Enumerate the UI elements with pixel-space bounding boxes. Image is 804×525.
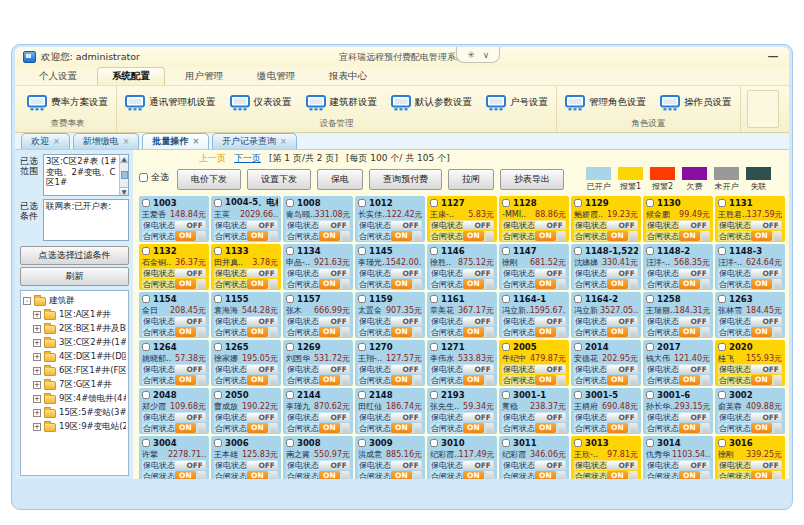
doc-tab-4[interactable]: 开户记录查询× [212,133,297,149]
card-checkbox[interactable] [718,247,726,255]
card-checkbox[interactable] [718,391,726,399]
meter-card[interactable]: 1157张木666.99元保电状态OFF合闸状态ON [283,292,353,338]
ribbon-button[interactable]: 建筑群设置 [306,95,378,111]
tree-item-1[interactable]: +1区:A区1#井 [33,308,126,322]
card-checkbox[interactable] [286,343,294,351]
chevron-down-icon[interactable]: ∨ [483,50,490,60]
card-checkbox[interactable] [646,391,654,399]
action-button-4[interactable]: 查询预付费 [369,169,442,190]
meter-card[interactable]: 1148-3汪洋-..624.64元保电状态OFF合闸状态ON [715,244,785,290]
meter-card[interactable]: 1133田井真..3.78元保电状态OFF合闸状态ON [211,244,281,290]
select-all-checkbox[interactable] [139,173,148,182]
ribbon-tab-4[interactable]: 缴电管理 [243,68,309,85]
meter-card[interactable]: 2020桂飞155.93元保电状态OFF合闸状态ON [715,340,785,386]
meter-card[interactable]: 3011纪彩霞346.06元保电状态OFF合闸状态ON [499,436,569,479]
ribbon-button[interactable]: 费率方案设置 [27,95,108,111]
meter-card[interactable]: 1132石金铜..36.37元保电状态OFF合闸状态ON [139,244,209,290]
meter-card[interactable]: 1155袁海海544.28元保电状态OFF合闸状态ON [211,292,281,338]
ribbon-button[interactable]: 户号设置 [486,95,548,111]
meter-card[interactable]: 1154金日208.45元保电状态OFF合闸状态ON [139,292,209,338]
card-checkbox[interactable] [142,247,150,255]
meter-card[interactable]: 1258王瑞丽..184.31元保电状态OFF合闸状态ON [643,292,713,338]
card-checkbox[interactable] [214,343,222,351]
card-checkbox[interactable] [214,295,222,303]
card-checkbox[interactable] [646,439,654,447]
action-button-6[interactable]: 抄表导出 [500,169,564,190]
card-checkbox[interactable] [430,343,438,351]
expand-box-icon[interactable]: + [33,381,41,389]
close-icon[interactable]: × [123,138,130,146]
card-checkbox[interactable] [358,247,366,255]
card-checkbox[interactable] [214,391,222,399]
refresh-button[interactable]: 刷新 [20,267,129,286]
meter-card[interactable]: 1269刘国华531.72元保电状态OFF合闸状态ON [283,340,353,386]
meter-card[interactable]: 3014仇秀华1103.54..保电状态OFF合闸状态ON [643,436,713,479]
card-checkbox[interactable] [502,439,510,447]
expand-box-icon[interactable]: + [33,353,41,361]
card-checkbox[interactable] [718,295,726,303]
meter-card[interactable]: 2048郑少霞109.68元保电状态OFF合闸状态ON [139,388,209,434]
meter-card[interactable]: 1265徐家娜195.05元保电状态OFF合闸状态ON [211,340,281,386]
card-checkbox[interactable] [286,391,294,399]
meter-card[interactable]: 1270王翔-..127.57元保电状态OFF合闸状态ON [355,340,425,386]
tree-item-3[interactable]: +3区:C区2#井(1#变 [33,336,126,350]
meter-card[interactable]: 2050曹成放190.22元保电状态OFF合闸状态ON [211,388,281,434]
close-icon[interactable]: × [192,138,199,146]
card-checkbox[interactable] [430,439,438,447]
expand-box-icon[interactable]: + [33,311,41,319]
meter-card[interactable]: 1012长实佳..122.42元保电状态OFF合闸状态ON [355,196,425,242]
close-icon[interactable]: × [280,138,287,146]
minimize-button[interactable]: — [765,52,781,62]
prev-page-link[interactable]: 上一页 [199,152,226,165]
tree-item-4[interactable]: +4区:D区1#井(D区1 [33,350,126,364]
card-checkbox[interactable] [430,199,438,207]
card-checkbox[interactable] [574,343,582,351]
card-checkbox[interactable] [214,199,222,207]
next-page-link[interactable]: 下一页 [234,152,261,165]
card-checkbox[interactable] [646,295,654,303]
meter-card[interactable]: 1146徐胜..875.12元保电状态OFF合闸状态ON [427,244,497,290]
card-checkbox[interactable] [430,391,438,399]
card-checkbox[interactable] [718,199,726,207]
ribbon-tab-1[interactable]: 个人设置 [25,68,91,85]
card-checkbox[interactable] [142,295,150,303]
card-checkbox[interactable] [358,439,366,447]
card-checkbox[interactable] [358,343,366,351]
meter-card[interactable]: 3013王欣-..97.81元保电状态OFF合闸状态ON [571,436,641,479]
ribbon-button[interactable]: 操作员设置 [660,95,732,111]
expand-box-icon[interactable]: + [33,395,41,403]
card-checkbox[interactable] [286,439,294,447]
meter-card[interactable]: 2017钱大伟121.40元保电状态OFF合闸状态ON [643,340,713,386]
card-checkbox[interactable] [502,343,510,351]
scroll-up-icon[interactable]: ▲ [120,155,129,163]
card-checkbox[interactable] [286,199,294,207]
card-checkbox[interactable] [142,439,150,447]
card-checkbox[interactable] [718,439,726,447]
action-button-1[interactable]: 电价下发 [177,169,241,190]
meter-card[interactable]: 3001-1黄稳238.37元保电状态OFF合闸状态ON [499,388,569,434]
card-checkbox[interactable] [358,391,366,399]
tree-item-8[interactable]: +15区:5#变站(3#变 [33,406,126,420]
tree-item-7[interactable]: +9区:4#馈电井(4#馈 [33,392,126,406]
meter-card[interactable]: 1164-2冯立新3527.05..保电状态OFF合闸状态ON [571,292,641,338]
card-checkbox[interactable] [214,247,222,255]
meter-card[interactable]: 1271李伟永533.83元保电状态OFF合闸状态ON [427,340,497,386]
ribbon-button[interactable]: 默认参数设置 [391,95,472,111]
meter-card[interactable]: 3001-6孙长华..293.15元保电状态OFF合闸状态ON [643,388,713,434]
selected-range-box[interactable]: 3区:C区2#表 (1#变电、2#变电、C区1# ▲ ▼ [43,154,129,196]
meter-card[interactable]: 3004许擎2278.71..保电状态OFF合闸状态ON [139,436,209,479]
ribbon-tab-5[interactable]: 报表中心 [315,68,381,85]
action-button-2[interactable]: 设置下发 [247,169,311,190]
select-all[interactable]: 全选 [139,167,169,184]
card-checkbox[interactable] [574,295,582,303]
meter-card[interactable]: 1008青岛颐..331.08元保电状态OFF合闸状态ON [283,196,353,242]
meter-card[interactable]: 1131王胜君..137.59元保电状态OFF合闸状态ON [715,196,785,242]
close-icon[interactable]: × [53,138,60,146]
meter-card[interactable]: 3009洪成意885.16元保电状态OFF合闸状态ON [355,436,425,479]
meter-card[interactable]: 2148田红仙186.74元保电状态OFF合闸状态ON [355,388,425,434]
selected-condition-box[interactable]: 联网表:已开户表: [43,199,129,241]
ribbon-tab-2[interactable]: 系统配置 [97,67,165,85]
card-checkbox[interactable] [718,343,726,351]
meter-card[interactable]: 2193张先生..59.34元保电状态OFF合闸状态ON [427,388,497,434]
card-checkbox[interactable] [646,247,654,255]
